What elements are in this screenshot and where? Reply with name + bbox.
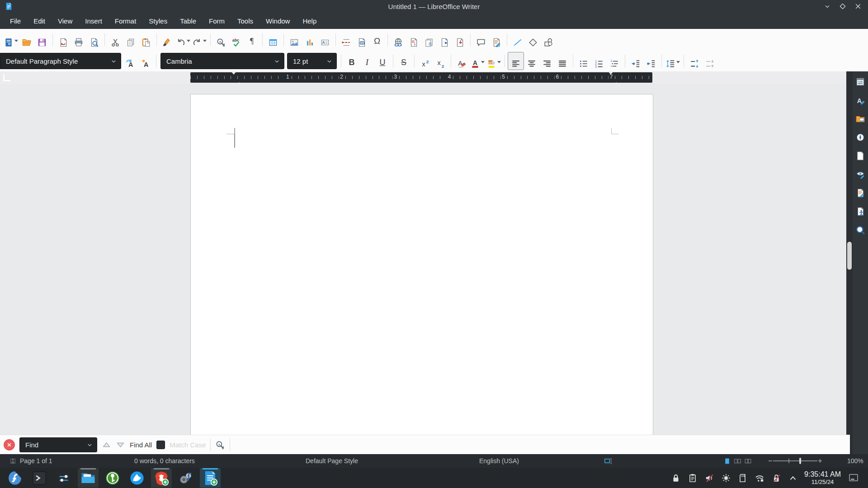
view-single-page-view-active[interactable] bbox=[723, 457, 731, 465]
menu-format[interactable]: Format bbox=[108, 14, 143, 28]
tray-lock[interactable] bbox=[670, 473, 681, 483]
ordered-list-button[interactable]: 123 bbox=[591, 52, 607, 70]
dropdown-caret-icon[interactable] bbox=[676, 61, 680, 65]
align-right-button[interactable] bbox=[539, 52, 555, 70]
subscript-button[interactable]: x2 bbox=[433, 52, 448, 70]
menu-tools[interactable]: Tools bbox=[231, 14, 259, 28]
update-style-button[interactable]: A bbox=[123, 52, 138, 70]
align-center-button[interactable] bbox=[524, 52, 539, 70]
zoom-slider[interactable] bbox=[769, 454, 822, 468]
menu-view[interactable]: View bbox=[52, 14, 79, 28]
basic-shapes-button[interactable] bbox=[525, 31, 541, 48]
justified-button[interactable] bbox=[555, 52, 570, 70]
zoom-level[interactable]: 100% bbox=[847, 454, 863, 468]
strikethrough-button[interactable]: S bbox=[396, 52, 411, 70]
export-pdf-button[interactable] bbox=[56, 31, 71, 48]
view-book-view[interactable] bbox=[744, 457, 752, 465]
sidebar-tab-styles[interactable]: A bbox=[854, 94, 866, 106]
zoom-in-icon[interactable] bbox=[820, 459, 821, 463]
new-document-button[interactable] bbox=[3, 31, 19, 48]
document-area[interactable] bbox=[0, 84, 846, 435]
taskbar-app-file-manager[interactable] bbox=[78, 468, 99, 488]
font-name-combo[interactable]: Cambria bbox=[160, 53, 284, 69]
draw-functions-button[interactable] bbox=[541, 31, 556, 48]
page-style-field[interactable]: Default Page Style bbox=[306, 454, 358, 468]
taskbar-app-keepassxc[interactable] bbox=[102, 468, 123, 488]
sidebar-tab-accessibility-check[interactable] bbox=[854, 206, 866, 217]
dropdown-caret-icon[interactable] bbox=[481, 61, 485, 65]
tray-network-wifi[interactable] bbox=[754, 473, 765, 483]
line-button[interactable] bbox=[510, 31, 525, 48]
print-preview-button[interactable] bbox=[86, 31, 102, 48]
sidebar-tab-gallery[interactable] bbox=[854, 113, 866, 125]
minimize-button[interactable] bbox=[823, 2, 832, 11]
taskbar-app-brave[interactable] bbox=[151, 468, 172, 488]
cut-button[interactable] bbox=[108, 31, 123, 48]
menu-window[interactable]: Window bbox=[259, 14, 296, 28]
tray-sd-card[interactable] bbox=[737, 473, 748, 483]
zoom-track[interactable] bbox=[773, 460, 817, 461]
match-case-checkbox[interactable] bbox=[156, 441, 165, 449]
find-input[interactable]: Find bbox=[19, 437, 97, 452]
insert-chart-button[interactable] bbox=[302, 31, 317, 48]
language-field[interactable]: English (USA) bbox=[479, 454, 519, 468]
cross-reference-button[interactable] bbox=[452, 31, 467, 48]
spelling-button[interactable]: abc bbox=[229, 31, 244, 48]
taskbar-app-writer[interactable] bbox=[200, 468, 221, 488]
decrease-indent-button[interactable] bbox=[643, 52, 659, 70]
horizontal-ruler[interactable]: 1234567 bbox=[190, 72, 652, 83]
find-next-button[interactable] bbox=[116, 440, 125, 450]
formatting-marks-button[interactable]: ¶ bbox=[244, 31, 259, 48]
find-and-replace-button[interactable]: ad bbox=[213, 31, 229, 48]
line-spacing-button[interactable] bbox=[665, 52, 681, 70]
menu-form[interactable]: Form bbox=[203, 14, 231, 28]
comment-button[interactable] bbox=[473, 31, 489, 48]
scrollbar-thumb[interactable] bbox=[847, 242, 852, 270]
increase-indent-button[interactable] bbox=[628, 52, 643, 70]
sidebar-tab-magnifier[interactable] bbox=[854, 224, 866, 236]
bookmark-button[interactable] bbox=[437, 31, 452, 48]
maximize-button[interactable] bbox=[838, 2, 847, 11]
zoom-out-icon[interactable] bbox=[769, 460, 772, 461]
menu-styles[interactable]: Styles bbox=[142, 14, 174, 28]
redo-button[interactable] bbox=[191, 31, 208, 48]
taskbar-app-terminal[interactable] bbox=[29, 468, 50, 488]
italic-button[interactable]: I bbox=[359, 52, 375, 70]
document-page[interactable] bbox=[190, 94, 653, 438]
dropdown-caret-icon[interactable] bbox=[187, 40, 190, 44]
endnote-button[interactable]: [i] bbox=[421, 31, 437, 48]
paste-button[interactable] bbox=[138, 31, 154, 48]
print-button[interactable] bbox=[71, 31, 86, 48]
unordered-list-button[interactable] bbox=[576, 52, 591, 70]
find-and-replace-icon[interactable]: ad bbox=[215, 440, 225, 450]
sidebar-tab-properties[interactable] bbox=[854, 76, 866, 88]
clone-formatting-button[interactable] bbox=[160, 31, 175, 48]
page-break-button[interactable] bbox=[339, 31, 354, 48]
taskbar-app-app-launcher[interactable] bbox=[5, 468, 25, 488]
undo-button[interactable] bbox=[175, 31, 191, 48]
clear-formatting-button[interactable]: A bbox=[454, 52, 469, 70]
page-number-field[interactable]: Page 1 of 1 bbox=[20, 454, 52, 468]
sidebar-tab-manage-changes[interactable] bbox=[854, 187, 866, 199]
dropdown-caret-icon[interactable] bbox=[497, 61, 501, 65]
digital-clock[interactable]: 9:35:41 AM 11/25/24 bbox=[804, 468, 841, 488]
view-multi-page-view[interactable] bbox=[734, 457, 741, 465]
tray-tray-expand[interactable] bbox=[788, 473, 798, 483]
insert-text-box-button[interactable]: A bbox=[317, 31, 333, 48]
insert-image-button[interactable] bbox=[287, 31, 302, 48]
special-character-button[interactable]: Ω bbox=[369, 31, 385, 48]
menu-help[interactable]: Help bbox=[296, 14, 323, 28]
insert-field-button[interactable] bbox=[354, 31, 369, 48]
open-button[interactable] bbox=[19, 31, 34, 48]
show-desktop-button[interactable] bbox=[846, 472, 861, 483]
tray-volume-muted[interactable] bbox=[704, 473, 715, 483]
zoom-thumb[interactable] bbox=[799, 458, 801, 464]
close-find-bar-button[interactable] bbox=[4, 439, 15, 450]
taskbar-app-media-tool[interactable] bbox=[175, 468, 196, 488]
taskbar-app-librewolf[interactable] bbox=[127, 468, 147, 488]
hyperlink-button[interactable] bbox=[391, 31, 406, 48]
font-color-button[interactable]: A bbox=[469, 52, 486, 70]
new-style-button[interactable]: A bbox=[138, 52, 153, 70]
selection-mode-icon[interactable] bbox=[604, 454, 613, 468]
sidebar-tab-navigator[interactable] bbox=[854, 131, 866, 143]
